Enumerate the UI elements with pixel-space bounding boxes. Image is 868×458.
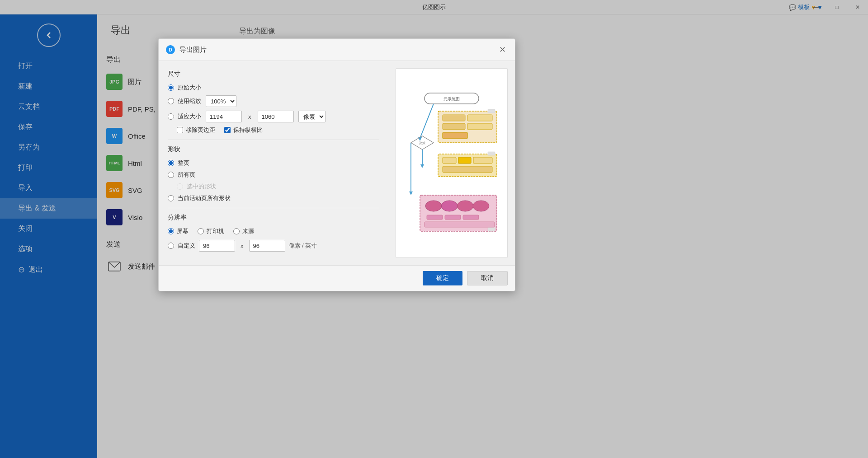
zoom-row: 使用缩放 100% <box>168 95 379 107</box>
selected-shapes-option: 选中的形状 <box>177 182 216 191</box>
svg-rect-29 <box>445 215 461 220</box>
whole-page-label: 整页 <box>178 159 189 167</box>
screen-label: 屏幕 <box>177 227 189 235</box>
svg-rect-7 <box>443 123 465 130</box>
original-size-radio[interactable] <box>168 84 174 91</box>
current-page-label: 当前活动页所有形状 <box>178 194 231 202</box>
whole-page-option[interactable]: 整页 <box>168 159 189 167</box>
x-separator: x <box>248 113 251 120</box>
svg-text:决策: 决策 <box>419 141 425 145</box>
svg-point-27 <box>473 201 489 211</box>
svg-rect-6 <box>467 115 492 121</box>
dialog-close-button[interactable]: ✕ <box>497 44 508 55</box>
current-page-radio[interactable] <box>168 195 174 201</box>
selected-shapes-label: 选中的形状 <box>187 182 216 191</box>
fit-option[interactable]: 适应大小 <box>168 112 201 121</box>
custom-unit-label: 像素 / 英寸 <box>289 242 317 250</box>
svg-text:元系统图: 元系统图 <box>443 97 460 101</box>
original-size-label: 原始大小 <box>178 84 201 92</box>
original-size-option[interactable]: 原始大小 <box>168 84 201 92</box>
remove-margin-option[interactable]: 移除页边距 <box>177 126 215 134</box>
printer-radio[interactable] <box>198 228 204 234</box>
margin-ratio-row: 移除页边距 保持纵横比 <box>177 126 379 134</box>
fit-label: 适应大小 <box>178 112 201 121</box>
dialog-options: 尺寸 原始大小 使用缩放 100% <box>159 61 388 265</box>
zoom-select[interactable]: 100% <box>206 95 236 107</box>
all-pages-radio[interactable] <box>168 172 174 178</box>
fit-size-row: 适应大小 1194 x 1060 像素 <box>168 111 379 122</box>
zoom-label: 使用缩放 <box>178 97 201 105</box>
svg-rect-30 <box>463 215 479 220</box>
dialog-overlay: D 导出图片 ✕ 尺寸 原始大小 <box>0 0 868 458</box>
custom-x-separator: x <box>241 243 244 249</box>
fit-height-input[interactable]: 1060 <box>258 111 294 122</box>
resolution-options-row: 屏幕 打印机 来源 <box>168 227 379 235</box>
dialog-header: D 导出图片 ✕ <box>159 39 515 61</box>
svg-rect-9 <box>443 132 467 139</box>
custom-radio[interactable] <box>168 243 174 249</box>
keep-ratio-label: 保持纵横比 <box>233 126 263 134</box>
fit-radio[interactable] <box>168 113 174 120</box>
custom-x-input[interactable]: 96 <box>199 240 235 252</box>
custom-y-input[interactable]: 96 <box>249 240 285 252</box>
original-size-row: 原始大小 <box>168 84 379 92</box>
divider-2 <box>168 208 379 208</box>
screen-radio[interactable] <box>168 228 174 234</box>
selected-shapes-radio <box>177 183 183 190</box>
dialog-preview: 元系统图 <box>388 61 515 265</box>
svg-rect-34 <box>488 228 495 231</box>
svg-rect-8 <box>467 123 492 130</box>
svg-rect-32 <box>488 109 495 113</box>
svg-point-26 <box>457 201 473 211</box>
svg-rect-20 <box>443 166 492 173</box>
current-page-option[interactable]: 当前活动页所有形状 <box>168 194 231 202</box>
dialog-footer: 确定 取消 <box>159 265 515 291</box>
resolution-section-title: 分辨率 <box>168 214 379 222</box>
custom-option[interactable]: 自定义 <box>168 242 195 250</box>
whole-page-row: 整页 <box>168 159 379 167</box>
remove-margin-checkbox[interactable] <box>177 127 183 133</box>
custom-label: 自定义 <box>178 242 195 250</box>
svg-rect-28 <box>427 215 443 220</box>
all-pages-row: 所有页 <box>168 171 379 179</box>
keep-ratio-option[interactable]: 保持纵横比 <box>224 126 263 134</box>
zoom-radio[interactable] <box>168 98 174 104</box>
preview-box: 元系统图 <box>396 68 508 258</box>
zoom-option[interactable]: 使用缩放 <box>168 97 201 105</box>
printer-option[interactable]: 打印机 <box>198 227 224 235</box>
dialog-body: 尺寸 原始大小 使用缩放 100% <box>159 61 515 265</box>
svg-rect-33 <box>488 152 495 155</box>
remove-margin-label: 移除页边距 <box>186 126 215 134</box>
svg-point-24 <box>425 201 442 211</box>
whole-page-radio[interactable] <box>168 160 174 166</box>
svg-rect-19 <box>473 157 492 164</box>
size-section-title: 尺寸 <box>168 70 379 78</box>
screen-option[interactable]: 屏幕 <box>168 227 189 235</box>
dialog-title: 导出图片 <box>179 46 492 54</box>
shape-section-title: 形状 <box>168 145 379 154</box>
svg-rect-31 <box>425 222 495 227</box>
source-radio[interactable] <box>233 228 240 234</box>
confirm-button[interactable]: 确定 <box>423 271 462 285</box>
fit-unit-select[interactable]: 像素 <box>298 111 326 122</box>
divider-1 <box>168 140 379 140</box>
source-label: 来源 <box>242 227 254 235</box>
svg-rect-18 <box>443 157 456 164</box>
preview-diagram: 元系统图 <box>397 84 506 242</box>
current-page-row: 当前活动页所有形状 <box>168 194 379 202</box>
custom-resolution-row: 自定义 96 x 96 像素 / 英寸 <box>168 240 379 252</box>
fit-width-input[interactable]: 1194 <box>206 111 242 122</box>
svg-rect-17 <box>458 157 471 164</box>
svg-point-25 <box>441 201 458 211</box>
export-image-dialog: D 导出图片 ✕ 尺寸 原始大小 <box>158 38 515 291</box>
all-pages-label: 所有页 <box>178 171 195 179</box>
source-option[interactable]: 来源 <box>233 227 254 235</box>
all-pages-option[interactable]: 所有页 <box>168 171 195 179</box>
dialog-icon: D <box>166 45 175 54</box>
svg-rect-5 <box>443 115 465 121</box>
keep-ratio-checkbox[interactable] <box>224 127 231 133</box>
cancel-button[interactable]: 取消 <box>467 271 508 285</box>
printer-label: 打印机 <box>207 227 224 235</box>
selected-shapes-row: 选中的形状 <box>177 182 379 191</box>
